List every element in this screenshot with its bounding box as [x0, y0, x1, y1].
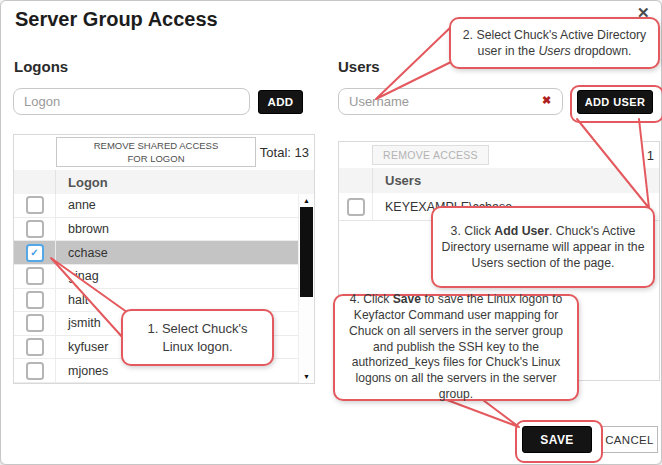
row-checkbox-cell — [14, 312, 56, 335]
row-label: jsmith — [56, 316, 101, 330]
row-checkbox[interactable]: ✓ — [26, 244, 44, 262]
add-user-button[interactable]: ADD USER — [577, 90, 653, 114]
callout-step-2: 2. Select Chuck's Active Directory user … — [449, 17, 660, 69]
server-group-access-dialog: Server Group Access ✕ Logons ADD Users ✖… — [0, 0, 662, 465]
row-checkbox[interactable] — [26, 314, 44, 332]
row-checkbox[interactable] — [26, 267, 44, 285]
logons-scrollbar[interactable]: ▲ ▼ — [298, 194, 314, 383]
row-checkbox-cell — [14, 336, 56, 359]
callout-step-1: 1. Select Chuck's Linux logon. — [121, 309, 274, 366]
callout-step-3: 3. Click Add User. Chuck's Active Direct… — [431, 206, 655, 288]
row-checkbox-cell — [14, 194, 56, 217]
row-checkbox[interactable] — [26, 291, 44, 309]
users-table-header: Users — [339, 168, 659, 194]
row-checkbox[interactable] — [26, 338, 44, 356]
logons-column-header: Logon — [56, 170, 108, 194]
row-checkbox-cell — [339, 193, 373, 220]
table-row[interactable]: anne — [14, 194, 314, 218]
users-header-checkbox-cell — [339, 168, 373, 193]
users-total: Total: 1 — [612, 148, 654, 163]
logons-section-label: Logons — [14, 58, 68, 75]
row-label: halt — [56, 293, 88, 307]
remove-shared-access-button[interactable]: REMOVE SHARED ACCESS FOR LOGON — [56, 137, 256, 167]
row-label: cchase — [56, 246, 108, 260]
users-section-label: Users — [338, 58, 380, 75]
scroll-down-icon[interactable]: ▼ — [299, 370, 314, 383]
row-checkbox[interactable] — [347, 198, 365, 216]
row-label: bbrown — [56, 222, 109, 236]
table-row[interactable]: bbrown — [14, 218, 314, 242]
row-checkbox[interactable] — [26, 220, 44, 238]
row-checkbox[interactable] — [26, 196, 44, 214]
clear-username-icon[interactable]: ✖ — [542, 94, 551, 107]
row-checkbox-cell — [14, 359, 56, 382]
users-table-toolbar: REMOVE ACCESS Total: 1 — [339, 142, 659, 169]
add-logon-button[interactable]: ADD — [258, 90, 303, 114]
logons-table-toolbar: REMOVE SHARED ACCESS FOR LOGON Total: 13 — [14, 135, 314, 171]
cancel-button[interactable]: CANCEL — [601, 426, 658, 453]
table-row[interactable]: ✓cchase — [14, 241, 314, 265]
row-checkbox-cell: ✓ — [14, 241, 56, 264]
table-row[interactable]: ginag — [14, 265, 314, 289]
logon-input[interactable] — [13, 88, 250, 115]
save-button[interactable]: SAVE — [522, 426, 592, 453]
row-checkbox[interactable] — [26, 362, 44, 380]
row-checkbox-cell — [14, 265, 56, 288]
dialog-title: Server Group Access — [15, 8, 218, 31]
row-label: kyfuser — [56, 340, 108, 354]
logons-header-checkbox-cell — [14, 170, 56, 194]
remove-access-button[interactable]: REMOVE ACCESS — [372, 145, 489, 165]
row-label: anne — [56, 198, 96, 212]
callout-step-4: 4. Click Save to save the Linux logon to… — [333, 294, 579, 401]
username-input[interactable] — [338, 88, 563, 115]
row-checkbox-cell — [14, 218, 56, 241]
row-checkbox-cell — [14, 289, 56, 312]
scrollbar-thumb[interactable] — [300, 207, 313, 297]
row-label: mjones — [56, 364, 108, 378]
logons-table-header: Logon — [14, 170, 314, 195]
logons-total: Total: 13 — [260, 145, 309, 160]
scroll-up-icon[interactable]: ▲ — [299, 194, 314, 207]
users-column-header: Users — [373, 168, 421, 193]
row-label: ginag — [56, 269, 99, 283]
